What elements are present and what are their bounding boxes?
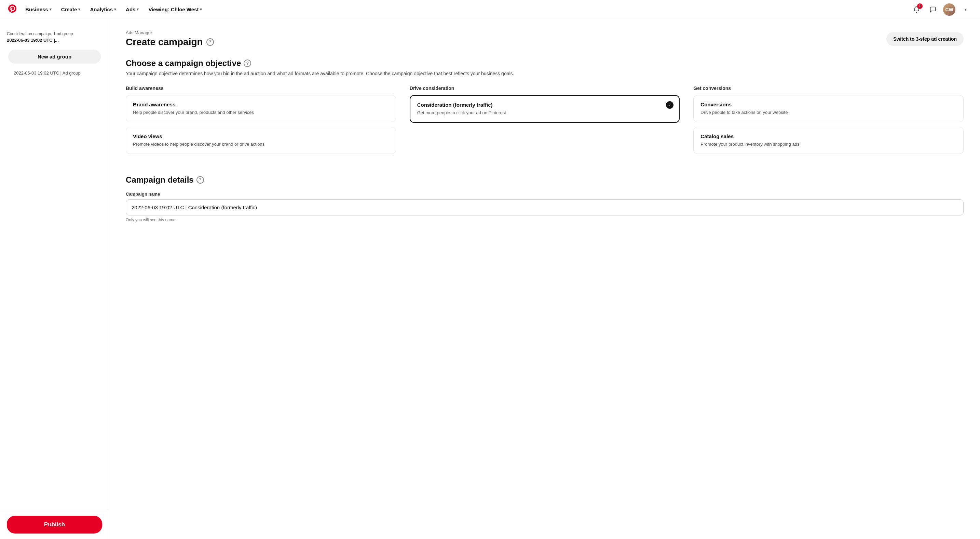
nav-item-create[interactable]: Create ▾ bbox=[58, 4, 84, 15]
col-label-2: Get conversions bbox=[693, 86, 964, 91]
help-icon[interactable]: ? bbox=[207, 38, 214, 46]
obj-card-video-views[interactable]: Video views Promote videos to help peopl… bbox=[126, 127, 396, 154]
sidebar: Consideration campaign, 1 ad group 2022-… bbox=[0, 19, 109, 539]
chevron-down-icon: ▾ bbox=[114, 7, 116, 12]
sidebar-footer: Publish bbox=[0, 510, 109, 539]
campaign-details-section: Campaign details ? Campaign name Only yo… bbox=[126, 175, 964, 243]
chevron-down-icon: ▾ bbox=[49, 7, 52, 12]
nav-left: Business ▾ Create ▾ Analytics ▾ Ads ▾ Vi… bbox=[8, 4, 205, 15]
obj-card-consideration[interactable]: ✓ Consideration (formerly traffic) Get m… bbox=[410, 95, 680, 123]
obj-card-brand-awareness-title: Brand awareness bbox=[133, 102, 389, 107]
campaign-name-label: Campaign name bbox=[126, 191, 964, 197]
objective-columns: Build awareness Brand awareness Help peo… bbox=[126, 86, 964, 159]
page-layout: Consideration campaign, 1 ad group 2022-… bbox=[0, 19, 980, 539]
obj-card-brand-awareness-desc: Help people discover your brand, product… bbox=[133, 110, 389, 116]
section-title-row: Choose a campaign objective ? bbox=[126, 59, 964, 68]
campaign-breadcrumb: Consideration campaign, 1 ad group bbox=[7, 32, 102, 36]
page-title-row: Create campaign ? bbox=[126, 37, 214, 48]
nav-item-analytics[interactable]: Analytics ▾ bbox=[86, 4, 119, 15]
col-build-awareness: Build awareness Brand awareness Help peo… bbox=[126, 86, 396, 159]
objective-help-icon[interactable]: ? bbox=[243, 59, 251, 67]
obj-card-catalog-sales-desc: Promote your product inventory with shop… bbox=[700, 141, 956, 147]
nav-item-ads[interactable]: Ads ▾ bbox=[123, 4, 142, 15]
obj-card-catalog-sales[interactable]: Catalog sales Promote your product inven… bbox=[693, 127, 964, 154]
account-chevron[interactable]: ▾ bbox=[959, 3, 972, 16]
campaign-details-title: Campaign details bbox=[126, 175, 194, 185]
obj-card-conversions-title: Conversions bbox=[700, 102, 956, 107]
main-content: Ads Manager Create campaign ? Switch to … bbox=[109, 19, 980, 539]
sidebar-header: Consideration campaign, 1 ad group 2022-… bbox=[0, 19, 109, 80]
nav-item-business[interactable]: Business ▾ bbox=[22, 4, 55, 15]
breadcrumb: Ads Manager bbox=[126, 30, 214, 35]
obj-card-conversions[interactable]: Conversions Drive people to take actions… bbox=[693, 95, 964, 122]
notification-badge: 1 bbox=[917, 3, 923, 9]
chevron-down-icon: ▾ bbox=[78, 7, 80, 12]
objective-section-title: Choose a campaign objective bbox=[126, 59, 241, 68]
campaign-name-input[interactable] bbox=[126, 199, 964, 215]
obj-card-video-views-desc: Promote videos to help people discover y… bbox=[133, 141, 389, 147]
objective-section-desc: Your campaign objective determines how y… bbox=[126, 70, 964, 77]
page-header: Ads Manager Create campaign ? Switch to … bbox=[126, 30, 964, 48]
campaign-details-title-row: Campaign details ? bbox=[126, 175, 964, 185]
avatar[interactable]: CW bbox=[943, 3, 955, 16]
campaign-name-hint: Only you will see this name bbox=[126, 217, 964, 222]
nav-right: 1 CW ▾ bbox=[910, 3, 972, 16]
obj-card-consideration-title: Consideration (formerly traffic) bbox=[417, 102, 673, 108]
col-label-1: Drive consideration bbox=[410, 86, 680, 91]
switch-to-3-step-button[interactable]: Switch to 3-step ad creation bbox=[886, 32, 964, 46]
ad-group-item: 2022-06-03 19:02 UTC | Ad group bbox=[7, 66, 102, 80]
objective-section: Choose a campaign objective ? Your campa… bbox=[126, 59, 964, 159]
chevron-down-icon: ▾ bbox=[137, 7, 139, 12]
notifications-button[interactable]: 1 bbox=[910, 3, 923, 16]
obj-card-brand-awareness[interactable]: Brand awareness Help people discover you… bbox=[126, 95, 396, 122]
pinterest-logo-icon[interactable] bbox=[8, 5, 16, 15]
col-drive-consideration: Drive consideration ✓ Consideration (for… bbox=[410, 86, 680, 159]
new-ad-group-button[interactable]: New ad group bbox=[8, 49, 101, 64]
page-title: Create campaign bbox=[126, 37, 203, 48]
obj-check-icon: ✓ bbox=[666, 101, 673, 109]
navbar: Business ▾ Create ▾ Analytics ▾ Ads ▾ Vi… bbox=[0, 0, 980, 19]
title-area: Ads Manager Create campaign ? bbox=[126, 30, 214, 48]
nav-item-viewing[interactable]: Viewing: Chloe West ▾ bbox=[145, 4, 205, 15]
obj-card-catalog-sales-title: Catalog sales bbox=[700, 133, 956, 139]
obj-card-video-views-title: Video views bbox=[133, 133, 389, 139]
messages-button[interactable] bbox=[927, 3, 939, 16]
col-get-conversions: Get conversions Conversions Drive people… bbox=[693, 86, 964, 159]
publish-button[interactable]: Publish bbox=[7, 516, 102, 534]
obj-card-conversions-desc: Drive people to take actions on your web… bbox=[700, 110, 956, 116]
campaign-name: 2022-06-03 19:02 UTC |... bbox=[7, 38, 102, 43]
chevron-down-icon: ▾ bbox=[200, 7, 202, 12]
obj-card-consideration-desc: Get more people to click your ad on Pint… bbox=[417, 110, 673, 116]
col-label-0: Build awareness bbox=[126, 86, 396, 91]
campaign-details-help-icon[interactable]: ? bbox=[196, 176, 204, 183]
